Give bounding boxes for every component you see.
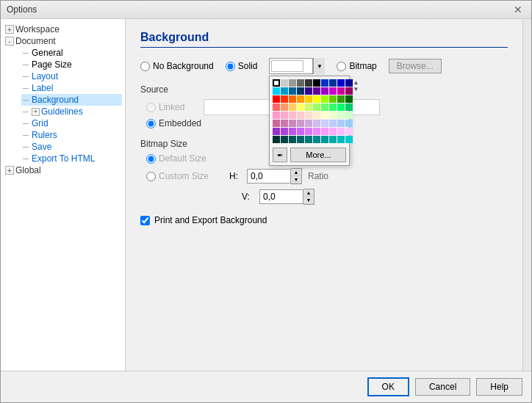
color-cell[interactable] xyxy=(289,87,296,95)
scroll-up-arrow[interactable]: ▲ xyxy=(353,79,359,86)
color-cell[interactable] xyxy=(273,79,280,87)
color-cell[interactable] xyxy=(337,79,345,87)
sidebar-item-global[interactable]: + Global xyxy=(4,164,122,176)
color-cell[interactable] xyxy=(337,95,345,103)
color-cell[interactable] xyxy=(329,120,337,127)
linked-radio[interactable] xyxy=(146,103,156,112)
color-cell[interactable] xyxy=(297,104,304,111)
sidebar-item-export-html[interactable]: Export To HTML xyxy=(21,153,122,164)
color-cell[interactable] xyxy=(281,104,288,111)
color-cell[interactable] xyxy=(281,95,288,103)
color-cell[interactable] xyxy=(273,95,280,103)
color-cell[interactable] xyxy=(289,95,296,103)
color-cell[interactable] xyxy=(345,112,353,119)
color-cell[interactable] xyxy=(321,104,328,111)
sidebar-item-layout[interactable]: Layout xyxy=(21,70,122,82)
color-cell[interactable] xyxy=(273,112,280,119)
color-cell[interactable] xyxy=(313,95,320,103)
toggle-guidelines[interactable]: + xyxy=(32,108,40,116)
h-input[interactable] xyxy=(247,169,291,184)
color-cell[interactable] xyxy=(297,120,304,127)
sidebar-item-background[interactable]: Background xyxy=(21,94,122,106)
sidebar-item-page-size[interactable]: Page Size xyxy=(21,59,122,70)
toggle-workspace[interactable]: + xyxy=(5,25,14,34)
color-cell[interactable] xyxy=(273,104,280,111)
color-cell[interactable] xyxy=(281,79,288,87)
color-cell[interactable] xyxy=(313,120,320,127)
color-cell[interactable] xyxy=(273,128,280,135)
toggle-global[interactable]: + xyxy=(5,166,14,175)
solid-radio[interactable] xyxy=(226,62,235,71)
sidebar-item-workspace[interactable]: + Workspace xyxy=(4,23,122,35)
color-cell[interactable] xyxy=(305,120,312,127)
h-up-button[interactable]: ▲ xyxy=(291,169,301,176)
no-background-option[interactable]: No Background xyxy=(140,61,214,71)
color-cell[interactable] xyxy=(345,95,353,103)
color-cell[interactable] xyxy=(313,112,320,119)
color-cell[interactable] xyxy=(289,112,296,119)
color-cell[interactable] xyxy=(345,128,353,135)
color-cell[interactable] xyxy=(305,87,312,95)
color-cell[interactable] xyxy=(281,120,288,127)
linked-option[interactable]: Linked xyxy=(146,102,184,112)
color-cell[interactable] xyxy=(329,112,337,119)
color-cell[interactable] xyxy=(321,95,328,103)
color-cell[interactable] xyxy=(313,128,320,135)
color-cell[interactable] xyxy=(321,120,328,127)
v-down-button[interactable]: ▼ xyxy=(303,197,314,204)
color-cell[interactable] xyxy=(345,136,353,143)
color-cell[interactable] xyxy=(345,104,353,111)
eyedropper-button[interactable]: ✒ xyxy=(273,148,287,162)
default-size-radio[interactable] xyxy=(146,154,156,164)
color-cell[interactable] xyxy=(313,104,320,111)
color-cell[interactable] xyxy=(281,87,288,95)
color-cell[interactable] xyxy=(345,79,353,87)
custom-size-option[interactable]: Custom Size xyxy=(146,171,209,181)
color-cell[interactable] xyxy=(289,136,296,143)
color-cell[interactable] xyxy=(281,128,288,135)
color-cell[interactable] xyxy=(297,136,304,143)
print-export-checkbox[interactable] xyxy=(140,216,150,225)
color-cell[interactable] xyxy=(345,120,353,127)
color-cell[interactable] xyxy=(305,79,312,87)
close-button[interactable]: ✕ xyxy=(511,4,525,15)
color-cell[interactable] xyxy=(273,87,280,95)
scroll-down-arrow[interactable]: ▼ xyxy=(353,86,359,92)
color-cell[interactable] xyxy=(329,104,337,111)
color-cell[interactable] xyxy=(289,128,296,135)
color-swatch-button[interactable] xyxy=(269,58,313,74)
color-cell[interactable] xyxy=(345,87,353,95)
sidebar-item-save[interactable]: Save xyxy=(21,141,122,153)
color-cell[interactable] xyxy=(313,87,320,95)
more-colors-button[interactable]: More... xyxy=(290,148,346,162)
color-cell[interactable] xyxy=(273,136,280,143)
browse-button[interactable]: Browse... xyxy=(389,59,442,73)
color-cell[interactable] xyxy=(305,95,312,103)
color-cell[interactable] xyxy=(337,104,345,111)
color-cell[interactable] xyxy=(321,128,328,135)
color-cell[interactable] xyxy=(329,87,337,95)
color-cell[interactable] xyxy=(321,112,328,119)
help-button[interactable]: Help xyxy=(476,378,522,396)
color-cell[interactable] xyxy=(273,120,280,127)
color-cell[interactable] xyxy=(305,112,312,119)
sidebar-item-rulers[interactable]: Rulers xyxy=(21,129,122,141)
color-cell[interactable] xyxy=(321,87,328,95)
color-cell[interactable] xyxy=(329,128,337,135)
color-cell[interactable] xyxy=(297,79,304,87)
color-cell[interactable] xyxy=(337,136,345,143)
color-cell[interactable] xyxy=(297,95,304,103)
color-cell[interactable] xyxy=(297,112,304,119)
color-cell[interactable] xyxy=(337,87,345,95)
color-cell[interactable] xyxy=(329,95,337,103)
v-input[interactable] xyxy=(259,189,303,204)
color-cell[interactable] xyxy=(281,136,288,143)
embedded-radio[interactable] xyxy=(146,119,156,128)
v-up-button[interactable]: ▲ xyxy=(303,189,314,197)
color-cell[interactable] xyxy=(313,79,320,87)
color-cell[interactable] xyxy=(305,104,312,111)
bitmap-option[interactable]: Bitmap xyxy=(337,61,376,71)
color-cell[interactable] xyxy=(337,128,345,135)
toggle-document[interactable]: - xyxy=(5,37,14,46)
sidebar-item-document[interactable]: - Document xyxy=(4,35,122,47)
